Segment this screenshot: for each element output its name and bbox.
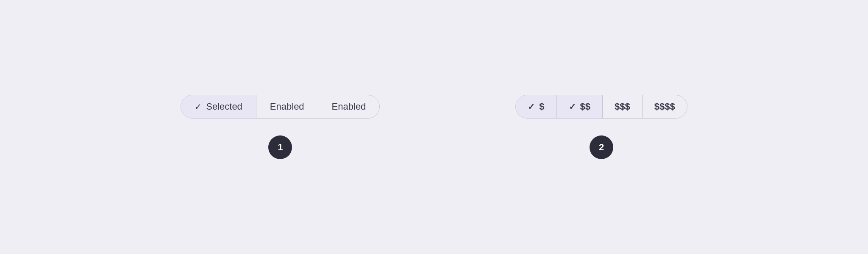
segment-price-1[interactable]: ✓ $ [516,95,556,118]
segment-enabled-1[interactable]: Enabled [256,95,318,118]
segment-price-3[interactable]: $$$ [603,95,643,118]
segmented-control-2: ✓ $ ✓ $$ $$$ $$$$ [515,95,687,119]
main-container: ✓ Selected Enabled Enabled 1 ✓ $ ✓ $$ [181,95,687,159]
check-icon-price-1: ✓ [528,102,535,112]
segment-price-4[interactable]: $$$$ [643,95,687,118]
segment-price-4-label: $$$$ [654,101,675,112]
check-icon-price-2: ✓ [569,102,576,112]
example-group-2: ✓ $ ✓ $$ $$$ $$$$ 2 [515,95,687,159]
example-group-1: ✓ Selected Enabled Enabled 1 [181,95,380,159]
segment-enabled-2[interactable]: Enabled [318,95,380,118]
segment-price-2[interactable]: ✓ $$ [557,95,603,118]
badge-1-label: 1 [278,142,283,153]
segment-price-2-label: $$ [580,101,590,112]
segment-price-1-label: $ [539,101,544,112]
badge-2-label: 2 [599,142,604,153]
segment-enabled-1-label: Enabled [270,101,304,112]
segment-selected[interactable]: ✓ Selected [181,95,256,118]
badge-1: 1 [268,135,292,159]
check-icon-1: ✓ [195,102,202,112]
segment-price-3-label: $$$ [615,101,630,112]
badge-2: 2 [590,135,613,159]
segment-enabled-2-label: Enabled [332,101,366,112]
segment-selected-label: Selected [206,101,242,112]
segmented-control-1: ✓ Selected Enabled Enabled [181,95,380,119]
